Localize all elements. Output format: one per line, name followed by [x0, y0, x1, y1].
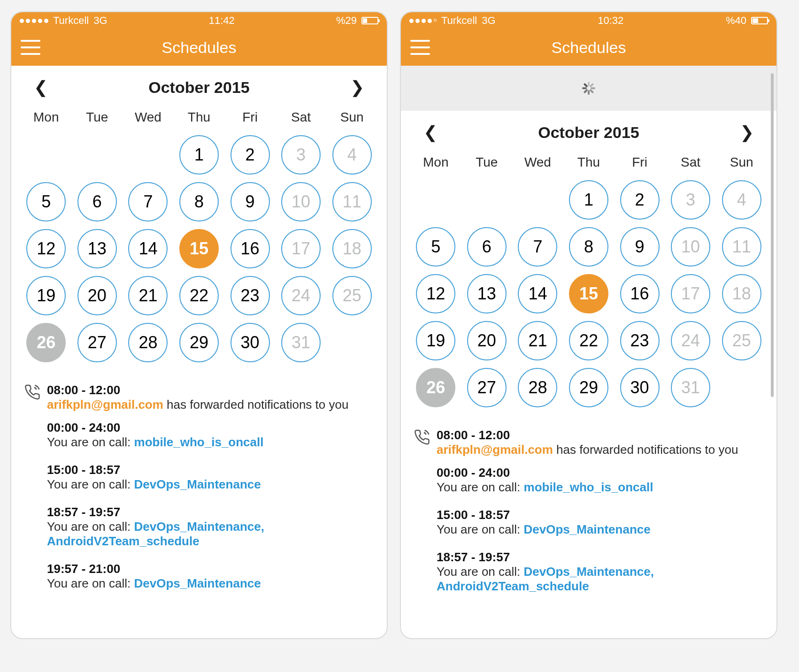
calendar-day[interactable]: 16 — [620, 274, 660, 313]
calendar-day[interactable]: 1 — [179, 135, 219, 175]
calendar-day[interactable]: 11 — [332, 182, 372, 221]
event-text: You are on call: DevOps_Maintenance, And… — [437, 565, 763, 594]
prev-month-button[interactable]: ❮ — [420, 122, 441, 143]
calendar-day[interactable]: 31 — [671, 368, 710, 407]
event-schedule-link[interactable]: DevOps_Maintenance — [134, 576, 261, 590]
calendar-day[interactable]: 23 — [230, 276, 270, 315]
calendar-day[interactable]: 9 — [620, 227, 660, 267]
prev-month-button[interactable]: ❮ — [30, 77, 52, 98]
weekday-header: MonTueWedThuFriSatSun — [401, 149, 776, 180]
event-user-link[interactable]: arifkpln@gmail.com — [47, 397, 163, 412]
calendar-day[interactable]: 27 — [77, 323, 117, 362]
event-item: 08:00 - 12:00arifkpln@gmail.com has forw… — [47, 383, 374, 412]
next-month-button[interactable]: ❯ — [736, 122, 758, 143]
calendar-day[interactable]: 22 — [569, 321, 608, 360]
phone-screen-2: Turkcell 3G 10:32 %40 Schedules ❮ Octobe… — [400, 11, 777, 639]
calendar-day[interactable]: 5 — [26, 182, 66, 221]
calendar-day[interactable]: 19 — [416, 321, 455, 360]
calendar-day[interactable]: 6 — [467, 227, 507, 267]
event-schedule-link[interactable]: mobile_who_is_oncall — [524, 480, 653, 494]
event-time: 18:57 - 19:57 — [437, 550, 763, 565]
calendar-day[interactable]: 4 — [722, 180, 761, 220]
calendar-day[interactable]: 23 — [620, 321, 660, 360]
calendar-day[interactable]: 20 — [467, 321, 507, 360]
calendar-day[interactable]: 20 — [77, 276, 117, 315]
calendar-day[interactable]: 31 — [281, 323, 321, 362]
calendar-day[interactable]: 25 — [332, 276, 372, 315]
calendar-day[interactable]: 30 — [620, 368, 660, 407]
calendar-day[interactable]: 28 — [128, 323, 168, 362]
calendar-day[interactable]: 24 — [671, 321, 710, 360]
calendar-day[interactable]: 12 — [26, 229, 66, 268]
calendar-day[interactable]: 8 — [179, 182, 219, 221]
calendar-day[interactable]: 14 — [128, 229, 168, 268]
calendar-day[interactable]: 7 — [128, 182, 168, 221]
network-label: 3G — [482, 15, 495, 27]
calendar-day[interactable]: 10 — [671, 227, 710, 267]
calendar-day[interactable]: 9 — [230, 182, 270, 221]
calendar-day[interactable]: 15 — [569, 274, 608, 313]
calendar-day[interactable]: 5 — [416, 227, 455, 267]
next-month-button[interactable]: ❯ — [346, 77, 368, 98]
calendar-day[interactable]: 21 — [128, 276, 168, 315]
weekday-label: Mon — [21, 110, 72, 125]
status-bar: Turkcell 3G 11:42 %29 — [11, 12, 387, 29]
calendar-day[interactable]: 14 — [518, 274, 557, 313]
calendar-day[interactable]: 18 — [332, 229, 372, 268]
calendar-day[interactable]: 2 — [230, 135, 270, 175]
calendar-day[interactable]: 4 — [332, 135, 372, 175]
calendar-day[interactable]: 11 — [722, 227, 761, 267]
calendar-day[interactable]: 26 — [26, 323, 66, 362]
month-nav: ❮ October 2015 ❯ — [401, 111, 776, 149]
calendar-day[interactable]: 27 — [467, 368, 507, 407]
calendar-day[interactable]: 3 — [281, 135, 321, 175]
calendar-day[interactable]: 21 — [518, 321, 557, 360]
signal-icon — [409, 19, 437, 23]
calendar-day[interactable]: 15 — [179, 229, 219, 268]
calendar-day[interactable]: 19 — [26, 276, 66, 315]
event-text-segment: You are on call: — [437, 565, 524, 579]
calendar-day[interactable]: 17 — [281, 229, 321, 268]
calendar-day[interactable]: 29 — [179, 323, 219, 362]
calendar-day[interactable]: 28 — [518, 368, 557, 407]
calendar-day[interactable]: 29 — [569, 368, 608, 407]
calendar-day[interactable]: 10 — [281, 182, 321, 221]
event-text-segment: has forwarded notifications to you — [163, 397, 349, 412]
event-schedule-link[interactable]: DevOps_Maintenance — [134, 477, 261, 491]
calendar-day[interactable]: 6 — [77, 182, 117, 221]
calendar-day[interactable]: 3 — [671, 180, 710, 220]
calendar-day[interactable]: 8 — [569, 227, 608, 267]
clock: 11:42 — [209, 15, 235, 27]
calendar-day[interactable]: 16 — [230, 229, 270, 268]
calendar-day[interactable]: 30 — [230, 323, 270, 362]
scrollbar[interactable] — [771, 73, 774, 397]
event-schedule-link[interactable]: DevOps_Maintenance — [524, 522, 651, 536]
calendar-day[interactable]: 22 — [179, 276, 219, 315]
event-text: You are on call: DevOps_Maintenance — [47, 477, 374, 492]
event-user-link[interactable]: arifkpln@gmail.com — [437, 443, 553, 457]
calendar-day[interactable]: 7 — [518, 227, 557, 267]
calendar-day[interactable]: 2 — [620, 180, 660, 220]
nav-header: Schedules — [401, 29, 776, 66]
battery-text: %29 — [336, 15, 357, 27]
status-bar: Turkcell 3G 10:32 %40 — [401, 12, 776, 29]
calendar-day[interactable]: 24 — [281, 276, 321, 315]
event-block: 08:00 - 12:00arifkpln@gmail.com has forw… — [24, 383, 374, 463]
calendar-day-blank — [518, 180, 557, 220]
calendar-day[interactable]: 26 — [416, 368, 455, 407]
carrier-label: Turkcell — [53, 15, 89, 27]
calendar-day[interactable]: 18 — [722, 274, 761, 313]
calendar-day[interactable]: 13 — [467, 274, 507, 313]
nav-header: Schedules — [11, 29, 387, 66]
page-title: Schedules — [21, 38, 377, 57]
calendar-day[interactable]: 13 — [77, 229, 117, 268]
weekday-label: Wed — [123, 110, 174, 125]
event-item: 19:57 - 21:00You are on call: DevOps_Mai… — [47, 562, 374, 591]
event-schedule-link[interactable]: mobile_who_is_oncall — [134, 435, 264, 449]
calendar-day[interactable]: 12 — [416, 274, 455, 313]
calendar-day[interactable]: 25 — [722, 321, 761, 360]
calendar-day[interactable]: 17 — [671, 274, 710, 313]
calendar-day[interactable]: 1 — [569, 180, 608, 220]
event-text-segment: has forwarded notifications to you — [553, 443, 738, 457]
weekday-label: Sun — [716, 155, 767, 170]
